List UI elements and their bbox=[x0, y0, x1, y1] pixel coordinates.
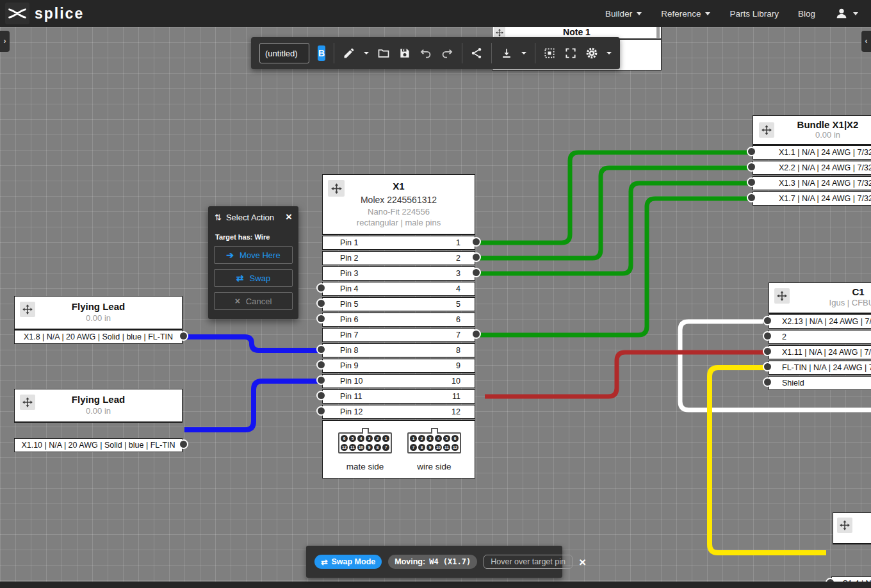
plan-badge[interactable]: B bbox=[318, 45, 325, 61]
x1-part-number: Molex 2245561312 bbox=[323, 192, 475, 205]
download-icon[interactable] bbox=[500, 47, 513, 60]
swap-button[interactable]: ⇄ Swap bbox=[214, 269, 293, 287]
pin-circle[interactable] bbox=[763, 362, 772, 372]
folder-icon[interactable] bbox=[377, 47, 390, 60]
app-logo[interactable]: splice bbox=[0, 3, 84, 24]
flying-lead-2-row[interactable]: X1.10 | N/A | 20 AWG | Solid | blue | FL… bbox=[14, 438, 183, 452]
x1-pin-12[interactable]: Pin 1212 bbox=[322, 405, 475, 419]
pin-circle[interactable] bbox=[316, 375, 326, 385]
move-handle[interactable] bbox=[20, 395, 35, 410]
right-panel-toggle[interactable]: ‹ bbox=[861, 31, 871, 52]
pin-circle[interactable] bbox=[747, 162, 756, 172]
pin-circle[interactable] bbox=[316, 298, 326, 308]
pin-circle[interactable] bbox=[747, 177, 756, 187]
move-handle[interactable] bbox=[494, 27, 505, 38]
bundle-x1x2-header[interactable]: Bundle X1|X2 0.00 in bbox=[753, 115, 871, 145]
pin-label: Pin 9 bbox=[340, 359, 359, 372]
x1-pin-10[interactable]: Pin 1010 bbox=[322, 374, 475, 388]
pin-number: 1 bbox=[456, 236, 460, 249]
pin-circle[interactable] bbox=[747, 193, 756, 202]
x1-pin-11[interactable]: Pin 1111 bbox=[322, 389, 475, 404]
pin-circle[interactable] bbox=[179, 439, 188, 449]
close-icon: × bbox=[235, 296, 240, 306]
download-menu-caret[interactable] bbox=[521, 52, 526, 54]
pin-circle[interactable] bbox=[471, 268, 481, 277]
x1-pin-9[interactable]: Pin 99 bbox=[322, 359, 475, 373]
button-label: Move Here bbox=[240, 250, 281, 260]
fit-screen-icon[interactable] bbox=[564, 47, 577, 60]
pin-circle[interactable] bbox=[763, 331, 772, 341]
bundle-row-2[interactable]: X2.2 | N/A | 24 AWG | 7/32 | g bbox=[753, 161, 871, 175]
target-label: Target has: bbox=[215, 233, 252, 241]
pin-circle[interactable] bbox=[471, 237, 481, 247]
x1-pin-4[interactable]: Pin 44 bbox=[322, 282, 475, 296]
pin-circle[interactable] bbox=[763, 347, 772, 356]
x1-pin-2[interactable]: Pin 22 bbox=[322, 251, 475, 265]
nav-item-parts-library[interactable]: Parts Library bbox=[729, 9, 779, 19]
x1-pin-3[interactable]: Pin 33 bbox=[322, 266, 475, 281]
person-icon bbox=[834, 6, 849, 20]
left-panel-toggle[interactable]: › bbox=[0, 31, 10, 52]
swap-icon: ⇄ bbox=[321, 557, 327, 567]
bundle-row-1[interactable]: X1.1 | N/A | 24 AWG | 7/32 | g bbox=[753, 145, 871, 159]
c1-row-2[interactable]: 2 bbox=[769, 330, 871, 344]
nav-item-builder[interactable]: Builder bbox=[605, 9, 642, 19]
select-all-icon[interactable] bbox=[543, 47, 556, 60]
save-icon[interactable] bbox=[398, 47, 411, 60]
bundle-row-text: X1.3 | N/A | 24 AWG | 7/32 | g bbox=[779, 177, 871, 190]
c14-box-header[interactable] bbox=[833, 512, 871, 544]
c1-row-5[interactable]: Shield bbox=[769, 376, 871, 390]
c1-row-4[interactable]: FL-TIN | N/A | 24 AWG | 7/ bbox=[769, 361, 871, 375]
x1-pin-7[interactable]: Pin 77 bbox=[322, 328, 475, 342]
move-here-button[interactable]: ➔ Move Here bbox=[214, 246, 293, 264]
x1-connector-header[interactable]: X1 Molex 2245561312 Nano-Fit 224556 rect… bbox=[322, 174, 475, 235]
close-icon[interactable]: × bbox=[286, 211, 292, 224]
close-icon[interactable]: × bbox=[579, 556, 586, 568]
move-handle[interactable] bbox=[759, 122, 774, 138]
move-handle[interactable] bbox=[774, 288, 790, 304]
flying-lead-length: 0.00 in bbox=[15, 405, 182, 416]
pin-circle[interactable] bbox=[316, 283, 326, 293]
pin-circle[interactable] bbox=[316, 314, 326, 323]
pin-circle[interactable] bbox=[316, 391, 326, 400]
settings-menu-caret[interactable] bbox=[606, 52, 612, 54]
pin-circle[interactable] bbox=[316, 345, 326, 354]
pin-circle[interactable] bbox=[763, 316, 772, 325]
flying-lead-1-header[interactable]: Flying Lead 0.00 in bbox=[14, 296, 183, 330]
pin-circle[interactable] bbox=[747, 147, 756, 156]
filename-input[interactable] bbox=[259, 43, 309, 63]
undo-icon[interactable] bbox=[419, 47, 432, 60]
account-menu[interactable] bbox=[834, 6, 858, 20]
scrollbar-thumb[interactable] bbox=[656, 27, 660, 38]
x1-pin-1[interactable]: Pin 11 bbox=[322, 236, 475, 250]
c1-cable-header[interactable]: C1 Igus | CFBUS-0 bbox=[769, 282, 871, 314]
settings-icon[interactable] bbox=[585, 47, 598, 60]
bundle-row-3[interactable]: X1.3 | N/A | 24 AWG | 7/32 | g bbox=[753, 176, 871, 190]
nav-item-reference[interactable]: Reference bbox=[661, 9, 710, 19]
cancel-button[interactable]: × Cancel bbox=[214, 292, 293, 310]
c1-row-3[interactable]: X1.11 | N/A | 24 AWG | 7/ bbox=[769, 345, 871, 359]
x1-pin-8[interactable]: Pin 88 bbox=[322, 343, 475, 357]
pin-label: Pin 7 bbox=[340, 329, 359, 341]
edit-icon[interactable] bbox=[343, 47, 355, 60]
x1-pin-5[interactable]: Pin 55 bbox=[322, 297, 475, 311]
pin-circle[interactable] bbox=[179, 331, 188, 341]
redo-icon[interactable] bbox=[441, 47, 453, 60]
c1-row-1[interactable]: X2.13 | N/A | 24 AWG | 7/ bbox=[769, 314, 871, 329]
nav-item-blog[interactable]: Blog bbox=[798, 9, 815, 19]
move-handle[interactable] bbox=[328, 180, 345, 197]
x1-pin-6[interactable]: Pin 66 bbox=[322, 313, 475, 327]
pin-circle[interactable] bbox=[471, 252, 481, 262]
move-handle[interactable] bbox=[20, 302, 35, 317]
edit-menu-caret[interactable] bbox=[364, 52, 369, 54]
pin-circle[interactable] bbox=[763, 377, 772, 387]
bundle-row-4[interactable]: X1.7 | N/A | 24 AWG | 7/32 | gr bbox=[753, 192, 871, 206]
pin-circle[interactable] bbox=[471, 329, 481, 339]
move-handle[interactable] bbox=[837, 518, 852, 533]
pin-circle[interactable] bbox=[316, 406, 326, 416]
moving-value: W4 (X1.7) bbox=[429, 557, 471, 566]
share-icon[interactable] bbox=[470, 47, 483, 60]
flying-lead-1-row[interactable]: X1.8 | N/A | 20 AWG | Solid | blue | FL-… bbox=[14, 330, 183, 344]
flying-lead-2-header[interactable]: Flying Lead 0.00 in bbox=[14, 389, 183, 423]
pin-circle[interactable] bbox=[316, 360, 326, 370]
